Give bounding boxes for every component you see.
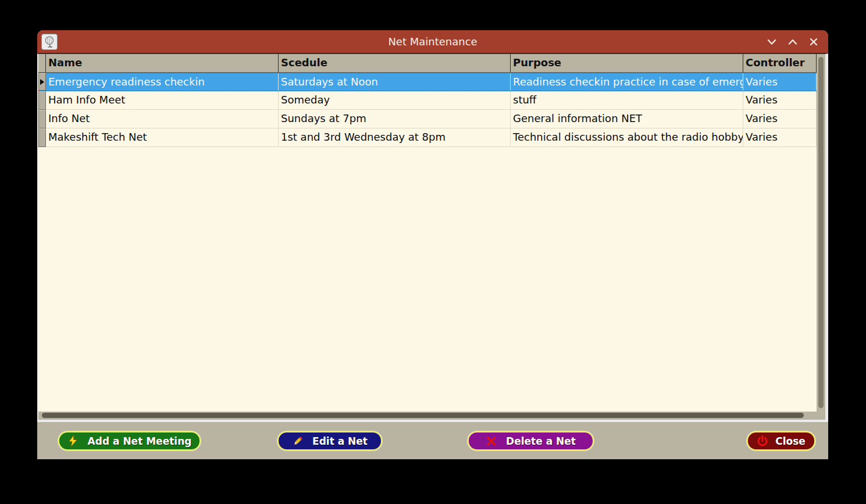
close-window-icon[interactable] [807,35,820,48]
row-selector[interactable] [38,73,46,91]
cell-controller[interactable]: Varies [743,128,817,147]
cell-scedule[interactable]: 1st and 3rd Wednesday at 8pm [279,128,511,147]
cell-scedule[interactable]: Someday [279,91,511,110]
horizontal-scrollbar-thumb[interactable] [42,413,804,418]
table-row[interactable]: Ham Info Meet Someday stuff Varies [38,91,817,110]
button-label: Add a Net Meeting [88,435,192,447]
cell-scedule[interactable]: Sundays at 7pm [279,110,511,128]
column-header-purpose: Purpose [511,54,743,73]
vertical-scrollbar[interactable] [817,54,825,412]
title-bar[interactable]: Net Maintenance [37,30,828,53]
row-selector[interactable] [38,128,46,147]
lightning-icon [67,435,79,447]
column-header-controller: Controller [743,54,817,73]
cell-name[interactable]: Ham Info Meet [46,91,279,110]
window-controls [765,30,820,53]
row-selector[interactable] [38,91,46,110]
header-corner-cell [38,54,46,73]
button-label: Delete a Net [506,435,576,447]
cell-controller[interactable]: Varies [743,110,817,128]
minimize-icon[interactable] [765,35,778,48]
cell-name[interactable]: Emergency readiness checkin [46,73,279,91]
close-button[interactable]: Close [747,431,815,451]
vertical-scrollbar-thumb[interactable] [818,57,824,408]
cell-name[interactable]: Makeshift Tech Net [46,128,279,147]
delete-net-button[interactable]: Delete a Net [468,431,594,451]
column-header-scedule: Scedule [279,54,511,73]
add-net-meeting-button[interactable]: Add a Net Meeting [58,431,201,451]
cell-purpose[interactable]: stuff [511,91,743,110]
cell-purpose[interactable]: Readiness checkin practice in case of em… [511,73,743,91]
button-label: Edit a Net [312,435,368,447]
net-table-panel: Name Scedule Purpose Controller Emergenc… [37,53,828,422]
table-row[interactable]: Emergency readiness checkin Saturdays at… [38,73,817,91]
cell-scedule[interactable]: Saturdays at Noon [279,73,511,91]
net-maintenance-window: Net Maintenance Name Scedule [37,30,828,459]
button-label: Close [775,435,806,447]
table-rows: Emergency readiness checkin Saturdays at… [38,73,817,147]
net-table: Name Scedule Purpose Controller Emergenc… [38,54,817,412]
cell-controller[interactable]: Varies [743,73,817,91]
window-title: Net Maintenance [37,30,828,53]
cell-purpose[interactable]: General information NET [511,110,743,128]
column-header-name: Name [46,54,279,73]
maximize-icon[interactable] [786,35,799,48]
table-row[interactable]: Info Net Sundays at 7pm General informat… [38,110,817,128]
button-bar: Add a Net Meeting Edit a Net [37,422,828,459]
desktop-background: Net Maintenance Name Scedule [0,0,866,504]
cell-purpose[interactable]: Technical discussions about the radio ho… [511,128,743,147]
selected-row-arrow-icon [40,79,44,85]
red-x-icon [486,435,497,447]
edit-net-button[interactable]: Edit a Net [277,431,382,451]
horizontal-scrollbar[interactable] [38,412,817,420]
table-row[interactable]: Makeshift Tech Net 1st and 3rd Wednesday… [38,128,817,147]
cell-controller[interactable]: Varies [743,91,817,110]
row-selector[interactable] [38,110,46,128]
cell-name[interactable]: Info Net [46,110,279,128]
pencil-icon [292,435,304,447]
power-icon [757,435,768,447]
table-header-row: Name Scedule Purpose Controller [38,54,817,73]
